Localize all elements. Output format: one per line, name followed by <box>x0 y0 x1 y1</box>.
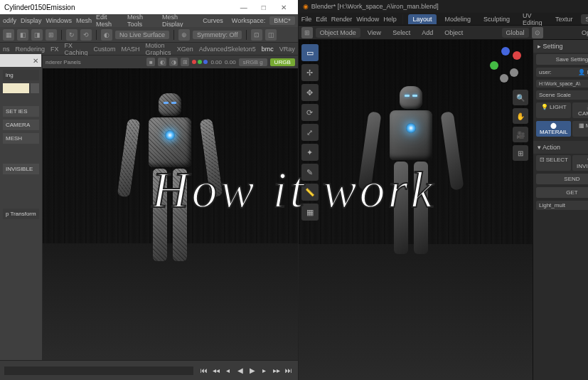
pan-icon[interactable]: ✋ <box>513 108 528 124</box>
scene-dropdown[interactable]: Scene <box>581 14 588 24</box>
maya-viewport[interactable]: nderer Panels ■ ◐ ◑ ⊞ 0.00 0.00 sRGB g U… <box>43 56 298 360</box>
invisible-button[interactable]: INVISIBLE <box>3 164 39 174</box>
tool-icon[interactable]: ⟲ <box>80 29 92 41</box>
camera-button[interactable]: CAMERA <box>3 120 39 130</box>
light-mult-field[interactable]: Light_mult1.00 <box>536 201 588 210</box>
maximize-button[interactable]: □ <box>254 4 274 11</box>
invisible-button[interactable]: 👁 INVISIBLE <box>572 155 588 171</box>
prev-frame-icon[interactable]: ◂ <box>223 366 233 376</box>
shelf-tab[interactable]: AdvancedSkeleton5 <box>199 46 256 53</box>
shelf-tab[interactable]: FX Caching <box>65 42 88 56</box>
menu-mesh-display[interactable]: Mesh Display <box>162 14 198 28</box>
model-ironman[interactable] <box>124 93 216 307</box>
shelf-tab-active[interactable]: bmc <box>262 46 274 53</box>
gizmo-neg-icon[interactable] <box>510 68 518 77</box>
send-button[interactable]: SEND <box>536 174 588 184</box>
tab-modeling[interactable]: Modeling <box>441 14 476 24</box>
gizmo-y-icon[interactable] <box>490 61 498 70</box>
gizmo-neg-icon[interactable] <box>500 74 508 83</box>
measure-tool-icon[interactable]: 📏 <box>301 184 319 201</box>
transform-tool-icon[interactable]: ✦ <box>301 144 319 161</box>
menu-help[interactable]: Help <box>383 16 397 23</box>
perspective-icon[interactable]: ⊞ <box>513 145 528 161</box>
menu-select[interactable]: Select <box>388 28 415 38</box>
value-field[interactable]: 0.00 <box>210 59 222 65</box>
menu-window[interactable]: Window <box>356 16 379 23</box>
close-button[interactable]: ✕ <box>274 4 294 11</box>
menu-edit-mesh[interactable]: Edit Mesh <box>96 14 123 28</box>
shelf-tab[interactable]: Rendering <box>16 46 46 53</box>
gizmo-z-icon[interactable] <box>501 47 510 56</box>
tool-icon[interactable]: ▦ <box>3 29 14 41</box>
minimize-button[interactable]: — <box>234 4 254 11</box>
mesh-button[interactable]: MESH <box>3 133 39 144</box>
path-field[interactable]: H:\Work_space_A\ <box>536 80 588 88</box>
gizmo-x-icon[interactable] <box>513 51 521 60</box>
next-frame-icon[interactable]: ▸ <box>260 366 269 376</box>
cursor-tool-icon[interactable]: ✢ <box>301 64 319 81</box>
tab-texturing[interactable]: Textur <box>551 14 577 24</box>
live-surface-dropdown[interactable]: No Live Surface <box>115 31 169 39</box>
shelf-tab[interactable]: VRay <box>279 46 295 53</box>
menu-mesh[interactable]: Mesh <box>76 17 92 24</box>
swatch-button[interactable] <box>31 83 39 93</box>
tab-sculpting[interactable]: Sculpting <box>479 14 514 24</box>
symmetry-dropdown[interactable]: Symmetry: Off <box>193 31 242 39</box>
go-start-icon[interactable]: ⏮ <box>199 366 209 376</box>
scale-tool-icon[interactable]: ⤢ <box>301 124 319 141</box>
tool-icon[interactable]: ◐ <box>101 29 112 41</box>
mesh-tab[interactable]: ▦ MESH <box>572 121 588 137</box>
vp-icon[interactable]: ■ <box>146 58 155 66</box>
vp-icon[interactable]: ◑ <box>169 58 178 66</box>
camera-view-icon[interactable]: 🎥 <box>513 127 528 142</box>
menu-render[interactable]: Render <box>331 16 353 23</box>
navigation-gizmo[interactable] <box>487 47 525 85</box>
material-tab[interactable]: ⬤ MATERAIL <box>536 121 572 137</box>
add-tool-icon[interactable]: ▦ <box>301 204 319 221</box>
tool-icon[interactable]: ◫ <box>265 29 277 41</box>
vp-icon[interactable]: ◐ <box>158 58 166 66</box>
camera-tab[interactable]: 🎥 CAMERA <box>572 102 588 118</box>
urgb-button[interactable]: URGB <box>270 58 295 66</box>
user-dropdown[interactable]: user:👤 Default <box>536 68 588 77</box>
tool-icon[interactable]: ◧ <box>17 29 28 41</box>
snap-icon[interactable]: ⊙ <box>532 27 543 38</box>
scene-scale-field[interactable]: Scene Scale1.00 <box>536 90 588 100</box>
zoom-icon[interactable]: 🔍 <box>513 90 528 105</box>
shelf-tab[interactable]: ns <box>3 46 10 53</box>
play-icon[interactable]: ▶ <box>247 366 257 376</box>
timeline-track[interactable] <box>4 366 193 375</box>
orientation-dropdown[interactable]: Global <box>502 28 529 38</box>
editor-type-icon[interactable]: ⊞ <box>301 27 313 38</box>
panel-tab-close[interactable]: ✕ <box>0 54 41 67</box>
step-back-icon[interactable]: ◂◂ <box>211 366 221 376</box>
select-button[interactable]: ⊡ SELECT <box>536 155 572 171</box>
shelf-tab[interactable]: XGen <box>177 46 193 53</box>
menu-modify[interactable]: odify <box>3 17 16 24</box>
menu-file[interactable]: File <box>301 16 312 23</box>
tool-icon[interactable]: ↻ <box>66 29 77 41</box>
tab-uv-editing[interactable]: UV Editing <box>518 11 547 28</box>
light-tab[interactable]: 💡 LIGHT <box>536 102 572 118</box>
mode-dropdown[interactable]: Object Mode <box>316 28 360 38</box>
shelf-tab[interactable]: Motion Graphics <box>146 42 171 56</box>
annotate-tool-icon[interactable]: ✎ <box>301 164 319 181</box>
options-button[interactable]: Options <box>577 28 588 38</box>
workspace-dropdown[interactable]: BMC* <box>269 16 295 25</box>
menu-view[interactable]: View <box>363 28 385 38</box>
set-ies-button[interactable]: SET IES <box>3 106 39 117</box>
menu-object[interactable]: Object <box>440 28 467 38</box>
vp-icon[interactable]: ⊞ <box>181 58 189 66</box>
tool-icon[interactable]: ⊡ <box>251 29 262 41</box>
color-space-dropdown[interactable]: sRGB g <box>239 58 267 66</box>
tool-icon[interactable]: ◨ <box>31 29 43 41</box>
shelf-tab[interactable]: FX <box>50 46 59 53</box>
save-setting-button[interactable]: Save Setting <box>536 54 588 65</box>
panel-menu[interactable]: nderer Panels <box>46 59 81 65</box>
go-end-icon[interactable]: ⏭ <box>284 366 294 376</box>
tool-icon[interactable]: ⊞ <box>46 29 57 41</box>
value-field[interactable]: 0.00 <box>225 59 236 65</box>
transform-button[interactable]: p Transform <box>3 209 39 219</box>
step-fwd-icon[interactable]: ▸▸ <box>272 366 282 376</box>
menu-mesh-tools[interactable]: Mesh Tools <box>127 14 158 28</box>
